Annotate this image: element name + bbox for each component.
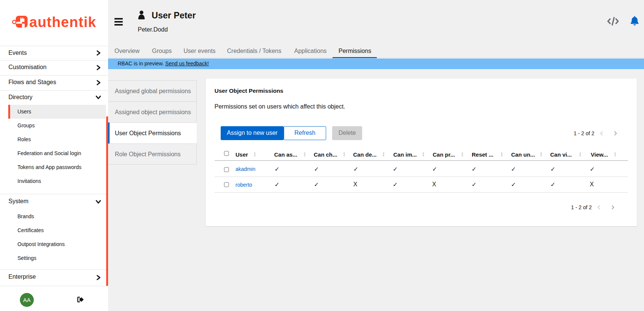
svg-text:authentik: authentik [29,14,96,30]
